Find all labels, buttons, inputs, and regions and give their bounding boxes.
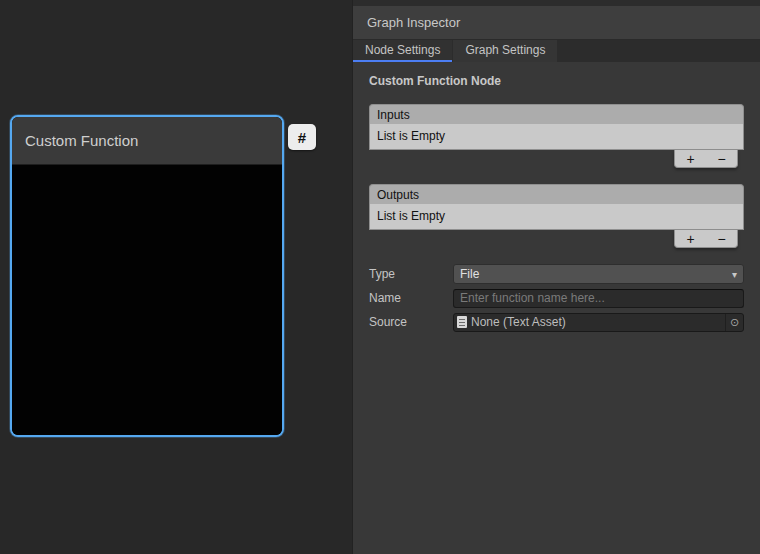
inputs-list-header[interactable]: Inputs — [369, 104, 744, 124]
type-row: Type File ▾ — [353, 262, 760, 286]
node-header[interactable]: Custom Function — [12, 117, 282, 165]
node-title: Custom Function — [25, 132, 138, 149]
remove-item-button[interactable]: − — [717, 232, 725, 246]
object-field-value: None (Text Asset) — [471, 315, 566, 329]
list-header-label: Outputs — [377, 188, 419, 202]
type-dropdown[interactable]: File ▾ — [453, 264, 744, 284]
source-object-field[interactable]: None (Text Asset) ⊙ — [453, 313, 744, 332]
source-label: Source — [369, 315, 453, 329]
inspector-tabbar: Node Settings Graph Settings — [353, 40, 760, 62]
tab-graph-settings[interactable]: Graph Settings — [453, 40, 557, 62]
node-settings-fields: Type File ▾ Name Source None (Text Asset… — [353, 262, 760, 334]
chevron-down-icon: ▾ — [732, 269, 737, 280]
object-picker-icon[interactable]: ⊙ — [725, 314, 743, 331]
inspector-content: Custom Function Node Inputs List is Empt… — [353, 62, 760, 554]
custom-function-node[interactable]: Custom Function — [10, 115, 284, 437]
list-empty-label: List is Empty — [377, 209, 445, 223]
dropdown-value: File — [460, 267, 479, 281]
tab-node-settings[interactable]: Node Settings — [353, 40, 452, 62]
outputs-list-body[interactable]: List is Empty — [369, 204, 744, 230]
outputs-list-footer: + − — [674, 230, 738, 248]
outputs-list: Outputs List is Empty + − — [369, 184, 744, 248]
node-precision-badge[interactable]: # — [288, 124, 316, 150]
list-empty-label: List is Empty — [377, 129, 445, 143]
tab-label: Node Settings — [365, 43, 440, 57]
hash-icon: # — [298, 129, 306, 146]
name-row: Name — [353, 286, 760, 310]
function-name-input[interactable] — [453, 289, 744, 308]
outputs-list-header[interactable]: Outputs — [369, 184, 744, 204]
add-item-button[interactable]: + — [686, 232, 694, 246]
name-label: Name — [369, 291, 453, 305]
add-item-button[interactable]: + — [686, 152, 694, 166]
tab-label: Graph Settings — [465, 43, 545, 57]
node-body — [12, 165, 282, 435]
inputs-list: Inputs List is Empty + − — [369, 104, 744, 168]
graph-canvas[interactable]: Custom Function # Graph Inspector Node S… — [0, 0, 760, 554]
remove-item-button[interactable]: − — [717, 152, 725, 166]
inputs-list-footer: + − — [674, 150, 738, 168]
graph-inspector-panel: Graph Inspector Node Settings Graph Sett… — [352, 0, 760, 554]
list-header-label: Inputs — [377, 108, 410, 122]
section-title: Custom Function Node — [369, 74, 760, 88]
text-asset-icon — [457, 316, 467, 328]
inspector-header[interactable]: Graph Inspector — [353, 6, 760, 40]
source-row: Source None (Text Asset) ⊙ — [353, 310, 760, 334]
type-label: Type — [369, 267, 453, 281]
inputs-list-body[interactable]: List is Empty — [369, 124, 744, 150]
inspector-title: Graph Inspector — [367, 15, 460, 30]
